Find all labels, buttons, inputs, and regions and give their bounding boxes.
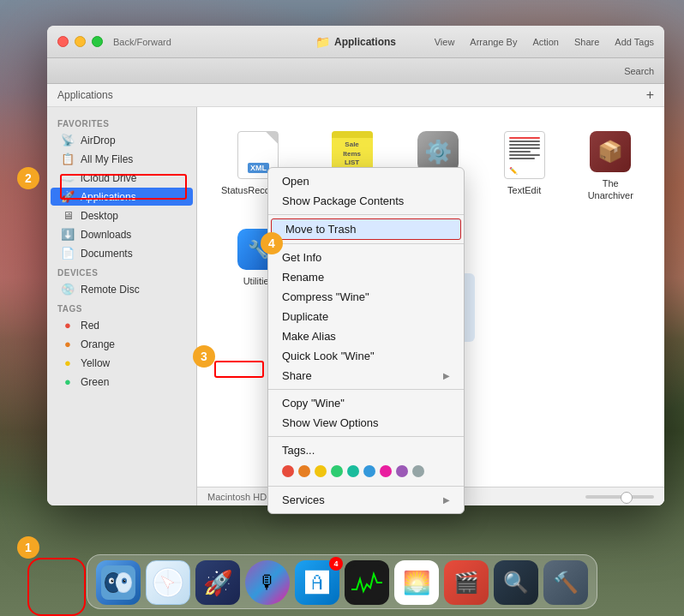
syspref-icon: ⚙️ (417, 131, 459, 172)
sidebar-item-tag-red[interactable]: ● Red (51, 316, 193, 334)
ctx-quick-look[interactable]: Quick Look "Wine" (268, 346, 464, 366)
sidebar-item-icloud-drive[interactable]: ☁️ iCloud Drive (51, 169, 193, 187)
devices-heading: Devices (47, 263, 196, 279)
ctx-show-package[interactable]: Show Package Contents (268, 191, 464, 211)
ctx-tags[interactable]: Tags... (268, 440, 464, 460)
sidebar-item-tag-green[interactable]: ● Green (51, 373, 193, 391)
remote-disc-label: Remote Disc (81, 284, 140, 296)
photos-icon: 🌅 (394, 560, 439, 605)
dock-item-app-store[interactable]: 🅰 4 (295, 560, 339, 605)
applications-label: Applications (81, 191, 136, 203)
tag-color-teal[interactable] (347, 465, 359, 477)
tag-orange-label: Orange (81, 338, 115, 350)
activity-monitor-icon (345, 560, 389, 605)
tag-color-orange[interactable] (298, 465, 310, 477)
file-item-unarchiver[interactable]: 📦 The Unarchiver (573, 124, 647, 209)
sidebar-item-remote-disc[interactable]: 💿 Remote Disc (51, 280, 193, 298)
ctx-copy[interactable]: Copy "Wine" (268, 393, 464, 413)
share-label[interactable]: Share (574, 37, 599, 47)
dock-item-finder[interactable] (96, 560, 141, 605)
action-label[interactable]: Action (532, 37, 559, 47)
ctx-make-alias[interactable]: Make Alias (268, 326, 464, 346)
dock: 🚀 🎙 🅰 4 🌅 🎬 🔍 🔨 (87, 554, 597, 609)
sidebar-item-tag-orange[interactable]: ● Orange (51, 335, 193, 353)
file-area-header: Applications + (47, 84, 664, 107)
ctx-rename[interactable]: Rename (268, 267, 464, 287)
sidebar-item-tag-yellow[interactable]: ● Yellow (51, 354, 193, 372)
context-menu: Open Show Package Contents Move to Trash… (267, 167, 465, 514)
ctx-sep-5 (268, 486, 464, 487)
tag-color-pink[interactable] (380, 465, 392, 477)
ctx-get-info[interactable]: Get Info (268, 248, 464, 267)
sidebar-item-all-my-files[interactable]: 📋 All My Files (51, 150, 193, 168)
dock-item-photos[interactable]: 🌅 (394, 560, 439, 605)
tag-color-blue[interactable] (363, 465, 375, 477)
dock-item-search-tool[interactable]: 🔍 (494, 560, 538, 605)
tag-color-green[interactable] (331, 465, 343, 477)
svg-point-8 (123, 580, 126, 583)
ctx-sep-1 (268, 214, 464, 215)
view-label[interactable]: View (435, 37, 455, 47)
tag-green-label: Green (81, 376, 109, 388)
ctx-sep-2 (268, 243, 464, 244)
tag-color-yellow[interactable] (315, 465, 327, 477)
remote-disc-icon: 💿 (61, 283, 75, 296)
badge-2: 2 (17, 167, 39, 189)
ctx-tag-colors (268, 460, 464, 482)
svg-point-7 (111, 580, 114, 583)
search-tool-icon: 🔍 (494, 560, 538, 605)
desktop-icon: 🖥 (61, 209, 75, 222)
downloads-icon: ⬇️ (61, 228, 75, 241)
applications-icon: 🚀 (61, 190, 75, 203)
window-controls (57, 36, 103, 47)
dock-item-activity-monitor[interactable] (345, 560, 389, 605)
close-button[interactable] (57, 36, 69, 47)
finder-icon (96, 560, 141, 605)
ctx-share[interactable]: Share ▶ (268, 366, 464, 386)
ctx-open[interactable]: Open (268, 171, 464, 191)
dock-item-claquette[interactable]: 🎬 (444, 560, 489, 605)
sidebar-item-applications[interactable]: 🚀 Applications (51, 188, 193, 206)
arrange-by-label[interactable]: Arrange By (470, 37, 517, 47)
sidebar-item-documents[interactable]: 📄 Documents (51, 244, 193, 262)
dock-item-safari[interactable] (146, 560, 190, 605)
siri-icon: 🎙 (245, 560, 290, 605)
minimize-button[interactable] (75, 36, 86, 47)
textedit-icon: ✏️ (504, 131, 545, 179)
title-bar: Back/Forward 📁 Applications View Arrange… (47, 26, 664, 58)
ctx-show-view-options[interactable]: Show View Options (268, 413, 464, 433)
documents-label: Documents (81, 248, 133, 260)
sidebar-item-airdrop[interactable]: 📡 AirDrop (51, 131, 193, 149)
airdrop-label: AirDrop (81, 135, 116, 147)
back-forward-label[interactable]: Back/Forward (113, 37, 171, 47)
file-item-textedit[interactable]: ✏️ TextEdit (488, 124, 561, 209)
zoom-slider[interactable] (585, 495, 654, 499)
sidebar: Favorites 📡 AirDrop 📋 All My Files ☁️ iC… (47, 107, 197, 505)
ctx-compress[interactable]: Compress "Wine" (268, 287, 464, 307)
ctx-duplicate[interactable]: Duplicate (268, 307, 464, 326)
dock-item-rocket[interactable]: 🚀 (195, 560, 240, 605)
xcode-icon: 🔨 (543, 560, 588, 605)
add-button[interactable]: + (646, 87, 654, 103)
rocket-icon: 🚀 (195, 560, 240, 605)
sidebar-item-downloads[interactable]: ⬇️ Downloads (51, 225, 193, 243)
tag-color-red[interactable] (282, 465, 294, 477)
tag-color-gray[interactable] (412, 465, 424, 477)
status-text: Macintosh HD (207, 492, 267, 502)
maximize-button[interactable] (92, 36, 103, 47)
tag-red-dot: ● (61, 319, 75, 332)
add-tags-label[interactable]: Add Tags (615, 37, 654, 47)
tag-color-purple[interactable] (396, 465, 408, 477)
unarchiver-name: The Unarchiver (580, 177, 640, 202)
svg-point-9 (112, 580, 113, 581)
dock-item-siri[interactable]: 🎙 (245, 560, 290, 605)
search-label[interactable]: Search (624, 66, 654, 76)
dock-item-xcode[interactable]: 🔨 (543, 560, 588, 605)
window-title-group: 📁 Applications (315, 35, 396, 49)
sidebar-item-desktop[interactable]: 🖥 Desktop (51, 206, 193, 224)
services-arrow-icon: ▶ (443, 495, 450, 505)
ctx-move-to-trash[interactable]: Move to Trash (271, 218, 461, 240)
textedit-name: TextEdit (507, 184, 541, 196)
ctx-services[interactable]: Services ▶ (268, 490, 464, 510)
all-my-files-label: All My Files (81, 153, 133, 165)
